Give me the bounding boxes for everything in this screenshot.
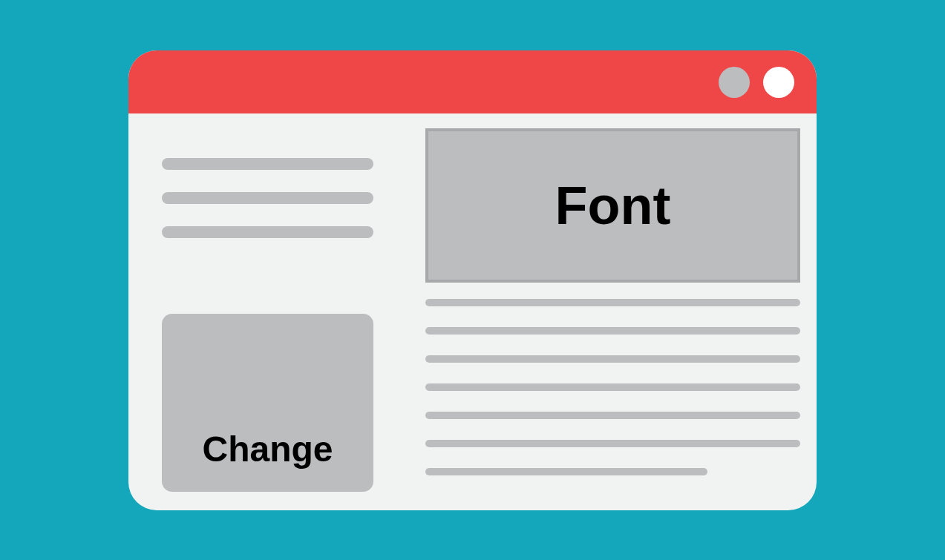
window-control-minimize-icon[interactable] [719, 67, 750, 98]
text-line-placeholder [425, 383, 800, 391]
content-area: Font Change [128, 113, 817, 510]
text-line-placeholder [425, 412, 800, 419]
browser-window: Font Change [128, 50, 817, 510]
text-line-placeholder [425, 468, 707, 475]
text-line-placeholder [425, 355, 800, 363]
text-line-placeholder [162, 192, 373, 204]
hero-title: Font [555, 175, 671, 236]
hero-panel: Font [425, 128, 800, 283]
text-line-placeholder [425, 440, 800, 447]
side-card: Change [162, 314, 373, 492]
text-line-placeholder [425, 299, 800, 306]
titlebar [128, 50, 817, 113]
card-title: Change [202, 429, 333, 470]
text-line-placeholder [162, 226, 373, 238]
window-control-close-icon[interactable] [763, 67, 794, 98]
text-line-placeholder [162, 158, 373, 170]
text-line-placeholder [425, 327, 800, 335]
